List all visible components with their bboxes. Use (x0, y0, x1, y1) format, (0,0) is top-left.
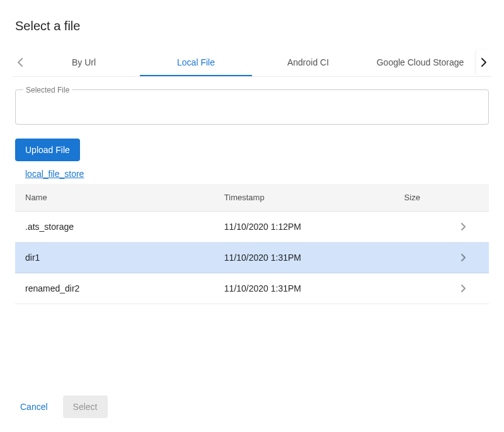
cell-name: renamed_dir2 (15, 273, 214, 304)
table-row[interactable]: .ats_storage 11/10/2020 1:12PM (15, 212, 489, 242)
upload-file-button[interactable]: Upload File (15, 139, 80, 161)
cell-timestamp: 11/10/2020 1:31PM (214, 242, 394, 273)
column-header-timestamp[interactable]: Timestamp (214, 184, 394, 212)
cancel-label: Cancel (20, 402, 48, 412)
cell-action[interactable] (451, 242, 489, 273)
select-file-dialog: Select a file By Url Local File Android … (0, 0, 504, 304)
tab-google-cloud-storage[interactable]: Google Cloud Storage (364, 48, 476, 76)
tabs-header: By Url Local File Android CI Google Clou… (13, 48, 491, 77)
cell-size (394, 242, 451, 273)
table-header-row: Name Timestamp Size (15, 184, 489, 212)
chevron-right-icon (461, 285, 479, 292)
table-row[interactable]: dir1 11/10/2020 1:31PM (15, 242, 489, 273)
local-file-panel: Selected File Upload File local_file_sto… (15, 77, 489, 304)
dialog-title: Select a file (15, 19, 489, 33)
chevron-right-icon (481, 57, 487, 67)
cell-timestamp: 11/10/2020 1:31PM (214, 273, 394, 304)
cell-name: .ats_storage (15, 212, 214, 242)
table-row[interactable]: renamed_dir2 11/10/2020 1:31PM (15, 273, 489, 304)
select-button: Select (63, 395, 108, 418)
column-header-name[interactable]: Name (15, 184, 214, 212)
chevron-right-icon (461, 254, 479, 261)
dialog-actions: Cancel Select (15, 395, 108, 418)
upload-file-label: Upload File (25, 145, 70, 155)
file-table: Name Timestamp Size .ats_storage 11/10/2… (15, 184, 489, 304)
cell-timestamp: 11/10/2020 1:12PM (214, 212, 394, 242)
tab-label: Android CI (287, 57, 329, 67)
breadcrumb: local_file_store (25, 169, 489, 179)
tab-android-ci[interactable]: Android CI (252, 48, 364, 76)
tab-local-file[interactable]: Local File (140, 48, 252, 76)
selected-file-field[interactable]: Selected File (15, 89, 489, 125)
cell-action[interactable] (451, 212, 489, 242)
tab-label: Google Cloud Storage (377, 57, 464, 67)
tab-scroll-right-button[interactable] (476, 50, 491, 75)
tab-label: By Url (72, 57, 96, 67)
cancel-button[interactable]: Cancel (15, 397, 53, 417)
chevron-right-icon (461, 223, 479, 230)
column-header-action (451, 184, 489, 212)
tab-label: Local File (177, 57, 215, 67)
selected-file-label: Selected File (23, 86, 72, 94)
cell-size (394, 212, 451, 242)
breadcrumb-root-link[interactable]: local_file_store (25, 169, 84, 179)
chevron-left-icon (17, 57, 23, 67)
cell-name: dir1 (15, 242, 214, 273)
column-header-size[interactable]: Size (394, 184, 451, 212)
tabs: By Url Local File Android CI Google Clou… (28, 48, 476, 76)
tab-by-url[interactable]: By Url (28, 48, 140, 76)
cell-action[interactable] (451, 273, 489, 304)
tab-scroll-left-button[interactable] (13, 50, 28, 75)
select-label: Select (73, 402, 98, 412)
cell-size (394, 273, 451, 304)
